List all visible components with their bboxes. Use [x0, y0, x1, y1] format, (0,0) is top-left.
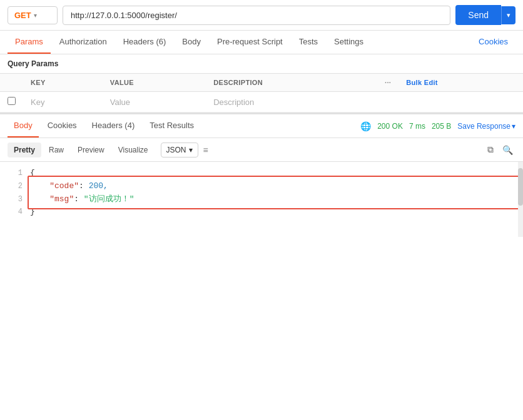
response-status-group: 🌐 200 OK 7 ms 205 B Save Response ▾	[360, 121, 515, 131]
response-tab-headers[interactable]: Headers (4)	[86, 114, 141, 138]
tab-tests[interactable]: Tests	[292, 31, 325, 54]
th-bulk-edit[interactable]: Bulk Edit	[399, 74, 523, 92]
th-checkbox	[0, 74, 23, 92]
th-actions: ···	[377, 74, 399, 92]
send-button-group: Send ▾	[455, 5, 515, 25]
response-section: Body Cookies Headers (4) Test Results 🌐 …	[0, 113, 523, 237]
search-button[interactable]: 🔍	[500, 142, 515, 158]
row-key[interactable]: Key	[23, 92, 103, 112]
json-value-msg: "访问成功！"	[84, 193, 135, 206]
line-number-4: 4	[5, 206, 23, 218]
tab-headers[interactable]: Headers (6)	[116, 31, 174, 54]
row-actions	[377, 92, 399, 112]
response-body-container: 1 { 2 "code" : 200, 3 "msg" : "访问成功！" 4 …	[0, 162, 523, 237]
tab-authorization[interactable]: Authorization	[52, 31, 114, 54]
json-line-3: 3 "msg" : "访问成功！"	[0, 193, 523, 206]
save-response-button[interactable]: Save Response ▾	[457, 122, 515, 131]
json-viewer: 1 { 2 "code" : 200, 3 "msg" : "访问成功！" 4 …	[0, 162, 523, 224]
json-brace-open: {	[30, 167, 35, 180]
json-key-msg: "msg"	[49, 193, 74, 206]
params-table: KEY VALUE DESCRIPTION ··· Bulk Edit Key …	[0, 74, 523, 112]
th-key: KEY	[23, 74, 103, 92]
scrollbar-thumb[interactable]	[518, 168, 523, 206]
th-description: DESCRIPTION	[206, 74, 377, 92]
format-tab-pretty[interactable]: Pretty	[8, 142, 41, 158]
response-tab-body[interactable]: Body	[8, 114, 39, 138]
status-size: 205 B	[432, 122, 451, 131]
scrollbar-track[interactable]	[518, 162, 523, 237]
line-number-3: 3	[5, 194, 23, 206]
json-line-4: 4 }	[0, 206, 523, 219]
line-number-2: 2	[5, 181, 23, 192]
copy-button[interactable]: ⧉	[485, 142, 496, 158]
json-key-code: "code"	[49, 180, 79, 193]
query-params-label: Query Params	[0, 54, 523, 74]
format-tab-preview[interactable]: Preview	[71, 142, 111, 158]
format-tab-raw[interactable]: Raw	[43, 142, 70, 158]
response-tab-test-results[interactable]: Test Results	[143, 114, 200, 138]
table-row: Key Value Description	[0, 92, 523, 112]
json-line-2: 2 "code" : 200,	[0, 180, 523, 193]
tab-cookies[interactable]: Cookies	[471, 31, 515, 54]
filter-icon[interactable]: ≡	[203, 145, 208, 155]
row-value[interactable]: Value	[103, 92, 206, 112]
method-dropdown[interactable]: GET ▾	[8, 6, 58, 24]
format-tabs-bar: Pretty Raw Preview Visualize JSON ▾ ≡ ⧉ …	[0, 138, 523, 162]
query-params-section: Query Params KEY VALUE DESCRIPTION ··· B…	[0, 54, 523, 113]
response-tabs-bar: Body Cookies Headers (4) Test Results 🌐 …	[0, 114, 523, 138]
status-ok: 200 OK	[377, 122, 403, 131]
method-chevron-icon: ▾	[34, 12, 37, 19]
format-tab-visualize[interactable]: Visualize	[112, 142, 155, 158]
row-description[interactable]: Description	[206, 92, 377, 112]
method-label: GET	[14, 11, 31, 20]
url-input[interactable]	[63, 6, 450, 25]
json-brace-close: }	[30, 206, 35, 219]
send-dropdown-button[interactable]: ▾	[501, 6, 515, 24]
tab-settings[interactable]: Settings	[327, 31, 371, 54]
row-bulk	[399, 92, 523, 112]
tab-body[interactable]: Body	[175, 31, 208, 54]
format-select[interactable]: JSON ▾	[161, 142, 198, 158]
send-button[interactable]: Send	[455, 5, 501, 25]
request-bar: GET ▾ Send ▾	[0, 0, 523, 31]
format-select-chevron: ▾	[189, 146, 193, 154]
format-select-value: JSON	[166, 146, 186, 154]
globe-icon: 🌐	[360, 121, 371, 131]
json-value-code: 200,	[89, 180, 108, 193]
response-tab-cookies[interactable]: Cookies	[41, 114, 83, 138]
line-number-1: 1	[5, 168, 23, 179]
status-time: 7 ms	[409, 122, 425, 131]
json-line-1: 1 {	[0, 167, 523, 180]
request-tabs-bar: Params Authorization Headers (6) Body Pr…	[0, 31, 523, 54]
th-value: VALUE	[103, 74, 206, 92]
tab-pre-request-script[interactable]: Pre-request Script	[210, 31, 290, 54]
tab-params[interactable]: Params	[8, 31, 51, 54]
row-checkbox[interactable]	[0, 92, 23, 112]
